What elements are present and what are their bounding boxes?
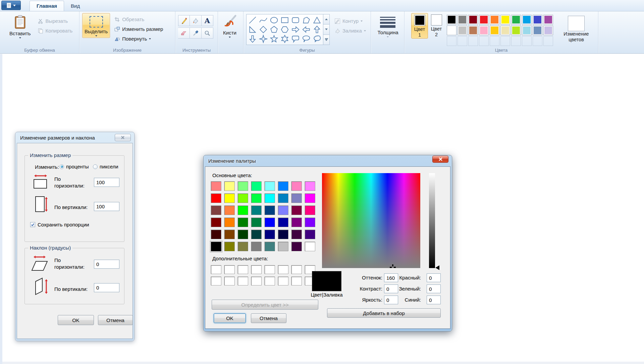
shape-star-4[interactable] [258,34,269,44]
palette-swatch[interactable] [479,15,489,24]
basic-color-swatch[interactable] [265,181,275,191]
paste-button[interactable]: Вставить [7,13,33,40]
basic-color-swatch[interactable] [278,230,288,239]
palette-swatch[interactable] [468,25,478,35]
basic-color-swatch[interactable] [211,230,221,239]
basic-color-swatch[interactable] [291,194,302,203]
basic-color-swatch[interactable] [224,230,235,239]
basic-color-swatch[interactable] [238,242,248,251]
basic-color-swatch[interactable] [224,218,235,227]
basic-color-swatch[interactable] [251,194,262,203]
palette-swatch[interactable] [533,25,542,35]
shape-fill-button[interactable]: Заливка [333,26,367,35]
custom-color-swatch[interactable] [251,265,262,274]
palette-swatch[interactable] [490,25,499,35]
basic-color-swatch[interactable] [278,218,288,227]
palette-ok-button[interactable]: OK [214,313,246,323]
custom-color-swatch[interactable] [278,265,288,274]
select-button[interactable]: Выделить [82,13,110,38]
size-button[interactable]: Толщина [375,13,400,39]
palette-swatch[interactable] [511,15,521,24]
basic-color-swatch[interactable] [305,230,315,239]
basic-color-swatch[interactable] [238,230,248,239]
shape-diamond[interactable] [258,25,269,34]
basic-color-swatch[interactable] [265,194,275,203]
palette-swatch[interactable] [500,15,510,24]
basic-color-swatch[interactable] [211,242,221,251]
basic-color-swatch[interactable] [251,181,262,191]
color-picker-tool-button[interactable] [190,28,202,39]
basic-color-swatch[interactable] [291,181,302,191]
basic-color-swatch[interactable] [211,206,221,215]
skew-horizontal-input[interactable] [94,260,119,269]
resize-dialog-close-button[interactable] [115,134,131,141]
palette-swatch[interactable] [500,25,510,35]
shape-arrow-up[interactable] [312,25,322,34]
palette-cancel-button[interactable]: Отмена [251,313,286,323]
keep-aspect-checkbox[interactable]: Сохранить пропорции [30,221,89,228]
palette-swatch[interactable] [458,25,467,35]
resize-dialog-titlebar[interactable]: Изменение размеров и наклона [15,132,134,143]
basic-color-swatch[interactable] [305,242,315,251]
copy-button[interactable]: Копировать [36,26,74,35]
palette-swatch[interactable] [543,15,553,24]
shape-rectangle[interactable] [279,15,290,25]
custom-color-swatch[interactable] [291,277,302,285]
palette-swatch[interactable] [543,25,553,35]
palette-swatch[interactable] [447,15,457,24]
basic-color-swatch[interactable] [291,242,302,251]
basic-color-swatch[interactable] [291,230,302,239]
cut-button[interactable]: Вырезать [36,16,74,25]
basic-color-swatch[interactable] [265,218,275,227]
custom-color-swatch[interactable] [238,277,248,285]
basic-color-swatch[interactable] [238,181,248,191]
basic-color-swatch[interactable] [238,194,248,203]
basic-color-swatch[interactable] [265,206,275,215]
basic-color-swatch[interactable] [278,194,288,203]
palette-swatch[interactable] [511,25,521,35]
custom-color-swatch[interactable] [265,277,275,285]
shape-ellipse[interactable] [269,15,279,25]
edit-colors-button[interactable]: Изменение цветов [558,13,595,43]
crop-button[interactable]: Обрезать [113,15,164,24]
hue-saturation-field[interactable] [322,173,420,268]
luminance-slider-arrow[interactable] [435,265,439,270]
fill-tool-button[interactable] [190,15,202,26]
resize-ok-button[interactable]: OK [58,315,94,325]
basic-color-swatch[interactable] [291,218,302,227]
vertical-input[interactable] [94,202,119,211]
basic-color-swatch[interactable] [278,181,288,191]
custom-color-swatch[interactable] [211,265,221,274]
shape-arrow-left[interactable] [301,25,312,34]
palette-swatch[interactable] [458,15,467,24]
basic-color-swatch[interactable] [291,206,302,215]
red-input[interactable] [427,273,441,282]
shapes-scroll-up-button[interactable] [323,14,330,24]
basic-color-swatch[interactable] [305,206,315,215]
palette-dialog-close-button[interactable] [432,156,448,163]
tab-view[interactable]: Вид [64,1,87,11]
shape-arrow-down[interactable] [247,34,258,44]
radio-pixels[interactable]: пиксели [93,163,118,170]
custom-color-swatch[interactable] [291,265,302,274]
shape-line[interactable] [247,15,258,25]
basic-color-swatch[interactable] [224,206,235,215]
color1-button[interactable]: Цвет 1 [411,13,428,39]
luminance-slider[interactable] [429,173,435,268]
green-input[interactable] [427,284,441,293]
eraser-tool-button[interactable] [178,28,190,39]
shape-curve[interactable] [258,15,269,25]
palette-swatch[interactable] [522,15,532,24]
basic-color-swatch[interactable] [305,181,315,191]
shapes-more-button[interactable] [323,35,330,45]
shape-star-5[interactable] [269,34,279,44]
rotate-button[interactable]: Повернуть [113,34,164,43]
custom-color-swatch[interactable] [211,277,221,285]
define-color-button[interactable]: Определить цвет >> [212,300,318,310]
custom-color-swatch[interactable] [265,265,275,274]
resize-button[interactable]: Изменить размер [113,24,164,34]
custom-color-swatch[interactable] [251,277,262,285]
shape-polygon[interactable] [301,15,312,25]
palette-dialog-titlebar[interactable]: Изменение палитры [204,155,452,166]
pencil-tool-button[interactable] [178,15,190,26]
